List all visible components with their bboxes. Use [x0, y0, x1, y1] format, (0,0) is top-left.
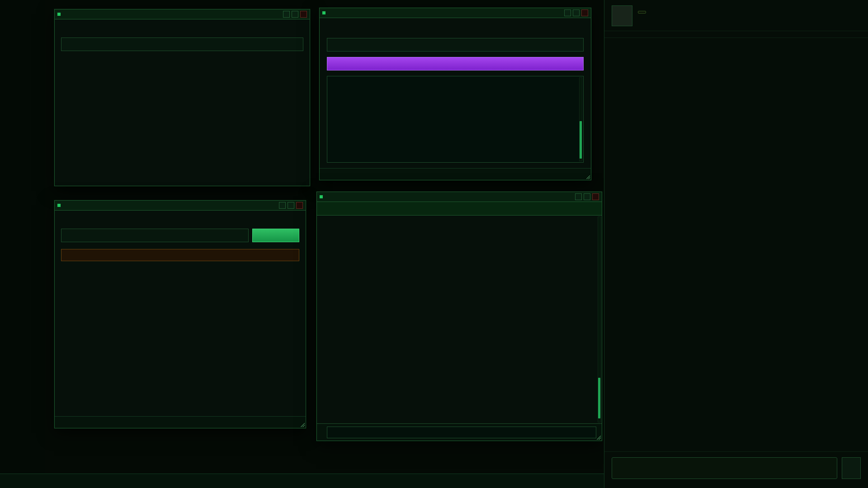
- search-icon: [272, 233, 277, 238]
- client-avatar: [612, 5, 632, 26]
- taskbar: [0, 474, 604, 488]
- search-icon: [61, 216, 68, 223]
- window-icon: [57, 204, 61, 207]
- scrollbar-thumb[interactable]: [580, 121, 582, 159]
- evidence-board-heading-row: [61, 25, 303, 32]
- search-input[interactable]: [61, 229, 249, 242]
- content-search-titlebar[interactable]: [55, 201, 306, 211]
- minimize-button[interactable]: [279, 202, 286, 209]
- minimize-button[interactable]: [564, 9, 571, 16]
- window-icon: [57, 13, 61, 16]
- start-button[interactable]: [5, 478, 14, 484]
- scrollbar[interactable]: [579, 77, 582, 161]
- lightbulb-icon: [325, 172, 330, 177]
- search-summary-bar: [61, 249, 299, 261]
- scrollbar-thumb[interactable]: [598, 378, 600, 418]
- evidence-board-titlebar[interactable]: [55, 9, 310, 19]
- string-extractor-titlebar[interactable]: [320, 8, 591, 18]
- window-controls: [564, 9, 588, 16]
- window-controls: [279, 202, 303, 209]
- maximize-button[interactable]: [573, 9, 580, 16]
- terminal-hint: [320, 168, 591, 180]
- window-icon: [322, 11, 326, 14]
- client-header: [604, 0, 868, 31]
- add-file-dropdown[interactable]: [61, 38, 303, 51]
- terminal-output: [317, 216, 602, 423]
- terminal-input-row: [317, 423, 602, 441]
- terminal-titlebar[interactable]: [317, 192, 602, 202]
- window-controls: [575, 193, 599, 200]
- evidence-board-footer: [61, 177, 303, 180]
- send-message-button[interactable]: [842, 457, 861, 479]
- content-search-heading-row: [61, 216, 299, 223]
- resize-handle[interactable]: [585, 174, 590, 179]
- app-sidebar: [0, 0, 45, 474]
- content-search-window: [54, 200, 306, 428]
- close-button[interactable]: [296, 202, 303, 209]
- window-controls: [283, 11, 307, 18]
- content-search-body: [55, 211, 306, 416]
- search-icon: [451, 61, 456, 66]
- resize-handle[interactable]: [300, 422, 305, 427]
- minimize-button[interactable]: [575, 193, 582, 200]
- minimize-button[interactable]: [283, 11, 290, 18]
- maximize-button[interactable]: [292, 11, 298, 18]
- lightbulb-icon: [60, 420, 66, 425]
- close-button[interactable]: [300, 11, 307, 18]
- close-button[interactable]: [592, 193, 599, 200]
- string-extractor-window: [319, 8, 591, 180]
- send-icon: [848, 465, 855, 472]
- terminal-header: [317, 202, 602, 216]
- chat-message-input[interactable]: [612, 457, 837, 479]
- maximize-button[interactable]: [288, 202, 294, 209]
- terminal-icon: [5, 478, 11, 484]
- maximize-button[interactable]: [584, 193, 590, 200]
- client-chat-panel: [604, 0, 868, 488]
- resize-handle[interactable]: [596, 435, 601, 440]
- string-extractor-heading-row: [327, 23, 584, 30]
- pushpin-icon: [61, 25, 68, 32]
- extracted-strings-output: [327, 76, 584, 163]
- window-icon: [320, 195, 323, 198]
- terminal-hint: [55, 416, 306, 428]
- client-identity: [638, 5, 646, 15]
- evidence-board-window: [54, 9, 310, 186]
- search-button[interactable]: [252, 229, 299, 242]
- chat-messages: [604, 38, 868, 451]
- terminal-command-input[interactable]: [327, 427, 596, 438]
- extract-strings-button[interactable]: [327, 57, 584, 70]
- mission-label: [604, 31, 868, 38]
- scrollbar[interactable]: [598, 216, 601, 422]
- client-trait-badge: [638, 11, 646, 14]
- evidence-board-body: [55, 19, 310, 186]
- terminal-window: [316, 192, 602, 441]
- text-lines-icon: [327, 23, 334, 30]
- string-extractor-body: [320, 18, 591, 168]
- search-row: [61, 229, 299, 242]
- chat-input-bar: [604, 451, 868, 488]
- close-button[interactable]: [581, 9, 588, 16]
- file-select[interactable]: [327, 38, 584, 52]
